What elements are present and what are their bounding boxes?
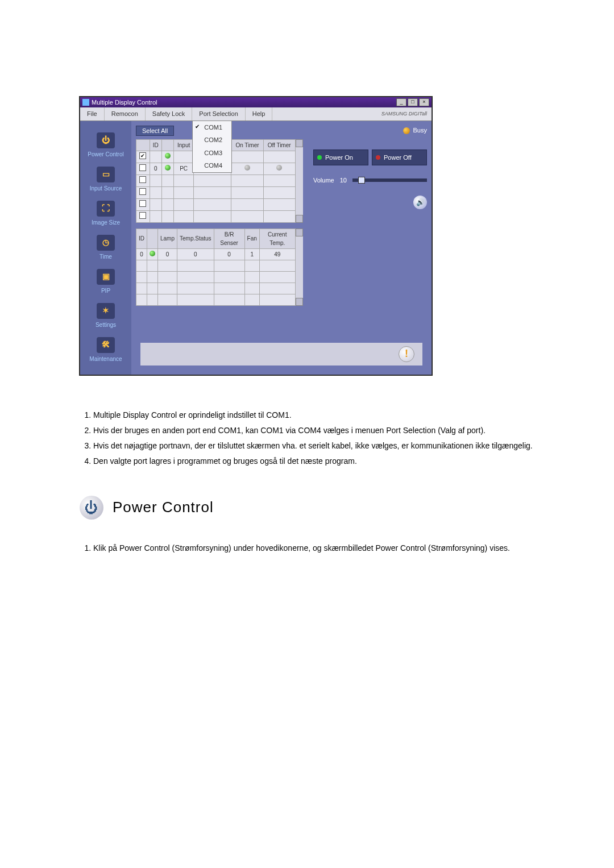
status-led-icon	[165, 165, 171, 171]
power-off-button[interactable]: Power Off	[372, 149, 427, 166]
pip-icon: ▣	[97, 269, 115, 285]
info-icon: !	[399, 346, 414, 362]
sidebar-item-input-source[interactable]: ▭ Input Source	[90, 167, 122, 193]
minimize-button[interactable]: _	[396, 98, 406, 106]
th-id: ID	[150, 139, 161, 151]
port-option-com1[interactable]: COM1	[193, 121, 231, 134]
sidebar-size-label: Image Size	[92, 219, 120, 226]
app-icon	[82, 99, 89, 106]
row-checkbox[interactable]	[139, 200, 146, 207]
volume-thumb[interactable]	[358, 177, 365, 184]
step-item: Klik på Power Control (Strømforsyning) u…	[93, 542, 534, 554]
power-on-button[interactable]: Power On	[313, 149, 368, 166]
right-panel: Power On Power Off Volume 10	[313, 139, 427, 338]
row-checkbox[interactable]	[139, 188, 146, 195]
sidebar-item-time[interactable]: ◷ Time	[97, 235, 115, 261]
sidebar-item-image-size[interactable]: ⛶ Image Size	[92, 201, 120, 227]
table-row[interactable]: 0 0 0 0 1 49	[136, 248, 296, 260]
timer-led-icon	[276, 165, 282, 171]
sidebar-item-pip[interactable]: ▣ PIP	[97, 269, 115, 295]
sidebar-input-label: Input Source	[90, 185, 122, 192]
volume-value: 10	[340, 176, 347, 185]
row-checkbox[interactable]	[139, 212, 146, 219]
scroll-down-icon[interactable]	[296, 298, 303, 306]
menu-remocon[interactable]: Remocon	[105, 107, 146, 121]
th2-br: B/R Senser	[214, 229, 244, 248]
scroll-down-icon[interactable]	[296, 215, 303, 223]
th-led	[161, 139, 173, 151]
maintenance-icon: 🛠	[97, 337, 115, 353]
table-row[interactable]	[136, 283, 296, 294]
status-led-icon	[150, 251, 155, 256]
maximize-button[interactable]: □	[408, 98, 418, 106]
sidebar-item-settings[interactable]: ✶ Settings	[96, 303, 116, 329]
sidebar-item-power-control[interactable]: ⏻ Power Control	[88, 132, 123, 159]
sidebar-maint-label: Maintenance	[89, 356, 122, 362]
volume-slider[interactable]	[352, 178, 427, 182]
note-item: Den valgte port lagres i programmet og b…	[93, 455, 534, 467]
titlebar: Multiple Display Control _ □ ×	[80, 97, 432, 107]
speaker-icon[interactable]: 🔊	[413, 196, 427, 209]
power-off-label: Power Off	[384, 153, 412, 163]
sidebar-item-maintenance[interactable]: 🛠 Maintenance	[89, 337, 122, 363]
menubar: File Remocon Safety Lock Port Selection …	[80, 107, 432, 121]
settings-icon: ✶	[97, 303, 115, 319]
sidebar-settings-label: Settings	[96, 322, 116, 328]
scrollbar[interactable]	[296, 229, 303, 306]
row-checkbox[interactable]	[139, 164, 146, 171]
sidebar-power-label: Power Control	[88, 151, 123, 157]
power-icon: ⏻	[97, 132, 115, 148]
table-row[interactable]	[136, 210, 296, 222]
busy-led-icon	[403, 127, 410, 134]
note-item: Hvis der bruges en anden port end COM1, …	[93, 425, 534, 437]
busy-label: Busy	[413, 126, 427, 135]
sidebar: ⏻ Power Control ▭ Input Source ⛶ Image S…	[80, 121, 131, 375]
th2-led	[147, 229, 158, 248]
table-row[interactable]	[136, 271, 296, 283]
th2-id: ID	[136, 229, 147, 248]
steps-list: Klik på Power Control (Strømforsyning) u…	[80, 542, 534, 554]
sidebar-time-label: Time	[99, 254, 112, 260]
notes-list: Multiple Display Control er oprindeligt …	[80, 409, 534, 467]
table-row[interactable]	[136, 294, 296, 305]
note-item: Multiple Display Control er oprindeligt …	[93, 409, 534, 421]
scroll-up-icon[interactable]	[296, 229, 303, 236]
row-checkbox[interactable]	[139, 176, 146, 183]
timer-led-icon	[244, 165, 250, 171]
power-on-label: Power On	[325, 153, 353, 163]
select-all-button[interactable]: Select All	[136, 126, 174, 136]
menu-safety-lock[interactable]: Safety Lock	[146, 107, 192, 121]
input-source-icon: ▭	[97, 167, 115, 182]
status-table: ID Lamp Temp.Status B/R Senser Fan Curre…	[136, 229, 296, 306]
port-option-com2[interactable]: COM2	[193, 134, 231, 147]
main-panel: Select All Busy ID In	[131, 121, 432, 375]
power-section-icon: ⏻	[80, 496, 103, 520]
port-option-com4[interactable]: COM4	[193, 159, 231, 172]
menu-file[interactable]: File	[80, 107, 105, 121]
section-header: ⏻ Power Control	[80, 496, 534, 520]
scroll-up-icon[interactable]	[296, 139, 303, 147]
th2-ctemp: Current Temp.	[259, 229, 295, 248]
table-row[interactable]	[136, 260, 296, 271]
table-row[interactable]	[136, 175, 296, 186]
sidebar-pip-label: PIP	[101, 288, 110, 294]
th-ontimer: On Timer	[231, 139, 263, 151]
scrollbar[interactable]	[296, 139, 303, 223]
port-dropdown: COM1 COM2 COM3 COM4	[192, 121, 232, 173]
volume-label: Volume	[313, 176, 334, 185]
th2-tstat: Temp.Status	[177, 229, 214, 248]
row-checkbox[interactable]	[139, 152, 146, 159]
th2-fan: Fan	[244, 229, 259, 248]
app-window: Multiple Display Control _ □ × File Remo…	[80, 97, 432, 375]
table-row[interactable]	[136, 186, 296, 198]
table-row[interactable]	[136, 198, 296, 210]
note-item: Hvis det nøjagtige portnavn, der er tils…	[93, 440, 534, 452]
menu-help[interactable]: Help	[246, 107, 273, 121]
menu-port-selection[interactable]: Port Selection COM1 COM2 COM3 COM4	[192, 107, 245, 121]
th2-lamp: Lamp	[158, 229, 177, 248]
th-offtimer: Off Timer	[263, 139, 295, 151]
brand-label: SAMSUNG DIGITall	[381, 110, 427, 118]
power-on-led-icon	[317, 155, 322, 160]
port-option-com3[interactable]: COM3	[193, 147, 231, 160]
close-button[interactable]: ×	[419, 98, 429, 106]
